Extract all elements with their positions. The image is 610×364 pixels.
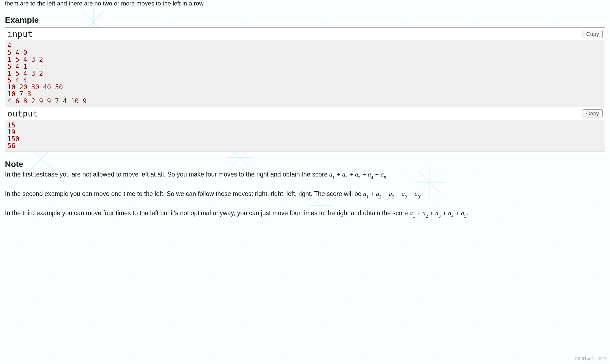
note-p1-text: In the first testcase you are not allowe… — [5, 171, 329, 178]
note-heading: Note — [5, 160, 605, 169]
note-p3-text: In the third example you can move four t… — [5, 209, 410, 217]
copy-output-button[interactable]: Copy — [583, 109, 603, 118]
copy-input-button[interactable]: Copy — [583, 30, 603, 38]
note-p3-formula: a1 + a2 + a3 + a4 + a5 — [410, 210, 466, 217]
input-header: input Copy — [5, 28, 605, 41]
input-title: input — [7, 29, 33, 39]
note-paragraph-1: In the first testcase you are not allowe… — [5, 170, 605, 180]
input-block: input Copy 4 5 4 0 1 5 4 3 2 5 4 1 1 5 4… — [5, 27, 605, 107]
note-paragraph-2: In the second example you can move one t… — [5, 189, 605, 199]
example-heading: Example — [5, 15, 605, 25]
output-text: 15 19 150 56 — [7, 122, 603, 150]
output-title: output — [7, 109, 38, 118]
output-body: 15 19 150 56 — [5, 120, 605, 152]
note-p2-text: In the second example you can move one t… — [5, 190, 363, 197]
note-p2-formula: a1 + a2 + a3 + a2 + a3 — [363, 190, 420, 197]
output-block: output Copy 15 19 150 56 — [5, 107, 605, 152]
watermark: CSDN @万羽如空. — [575, 356, 607, 361]
note-p1-formula: a1 + a2 + a3 + a4 + a5 — [329, 171, 386, 178]
input-body: 4 5 4 0 1 5 4 3 2 5 4 1 1 5 4 3 2 5 4 4 … — [5, 41, 605, 107]
truncated-prev-paragraph: them are to the left and there are no tw… — [5, 0, 605, 7]
output-header: output Copy — [5, 107, 605, 120]
input-text: 4 5 4 0 1 5 4 3 2 5 4 1 1 5 4 3 2 5 4 4 … — [7, 42, 603, 105]
note-paragraph-3: In the third example you can move four t… — [5, 209, 605, 218]
